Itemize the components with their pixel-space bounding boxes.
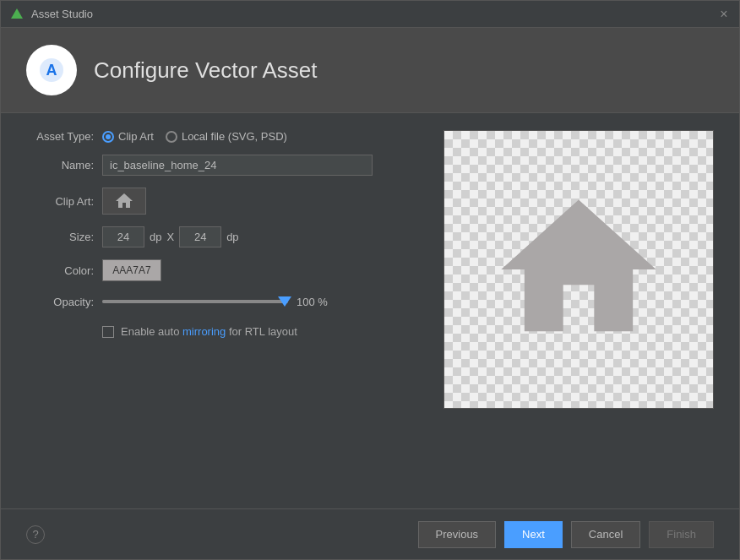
mirroring-highlight: mirroring bbox=[182, 325, 226, 338]
size-dp-unit-1: dp bbox=[150, 231, 161, 243]
asset-type-radio-group: Clip Art Local file (SVG, PSD) bbox=[102, 130, 287, 143]
size-row: Size: dp X dp bbox=[26, 226, 427, 247]
opacity-controls: 100 % bbox=[102, 293, 328, 310]
home-icon-preview bbox=[486, 177, 672, 362]
local-file-radio[interactable]: Local file (SVG, PSD) bbox=[166, 130, 287, 143]
main-window: Asset Studio × A Configure Vector Asset … bbox=[0, 0, 740, 560]
clip-art-label: Clip Art: bbox=[26, 195, 94, 208]
opacity-thumb bbox=[278, 296, 291, 307]
asset-type-label: Asset Type: bbox=[26, 130, 94, 143]
opacity-slider[interactable] bbox=[102, 293, 288, 310]
title-bar-text: Asset Studio bbox=[31, 8, 717, 20]
footer: ? Previous Next Cancel Finish bbox=[1, 508, 739, 559]
size-inputs: dp X dp bbox=[102, 226, 239, 247]
app-icon bbox=[9, 7, 24, 22]
color-value: AAA7A7 bbox=[112, 264, 150, 276]
previous-button[interactable]: Previous bbox=[418, 521, 497, 548]
next-button[interactable]: Next bbox=[504, 521, 563, 548]
opacity-fill bbox=[102, 300, 288, 303]
title-bar: Asset Studio × bbox=[1, 1, 739, 28]
finish-button[interactable]: Finish bbox=[649, 521, 714, 548]
android-studio-logo: A bbox=[35, 53, 68, 87]
form-section: Asset Type: Clip Art Local file (SVG, PS… bbox=[26, 130, 427, 492]
clip-art-button[interactable] bbox=[102, 188, 146, 215]
cancel-button[interactable]: Cancel bbox=[571, 521, 640, 548]
home-icon-small bbox=[114, 191, 134, 211]
name-label: Name: bbox=[26, 159, 94, 171]
mirroring-row: Enable auto mirroring for RTL layout bbox=[26, 325, 427, 338]
opacity-row: Opacity: 100 % bbox=[26, 293, 427, 310]
svg-text:A: A bbox=[46, 62, 57, 79]
opacity-value: 100 % bbox=[297, 296, 328, 308]
preview-section bbox=[443, 130, 714, 492]
clip-art-radio-label: Clip Art bbox=[118, 130, 154, 143]
color-swatch[interactable]: AAA7A7 bbox=[102, 259, 161, 281]
content-area: Asset Type: Clip Art Local file (SVG, PS… bbox=[1, 113, 739, 508]
size-x-separator: X bbox=[166, 231, 174, 243]
size-label: Size: bbox=[26, 231, 94, 243]
mirroring-checkbox[interactable] bbox=[102, 326, 114, 338]
help-button[interactable]: ? bbox=[26, 525, 45, 544]
mirroring-checkbox-row: Enable auto mirroring for RTL layout bbox=[102, 325, 297, 338]
opacity-track bbox=[102, 300, 288, 303]
header-title: Configure Vector Asset bbox=[94, 57, 317, 84]
svg-marker-0 bbox=[11, 8, 23, 19]
clip-art-radio[interactable]: Clip Art bbox=[102, 130, 154, 143]
local-file-radio-label: Local file (SVG, PSD) bbox=[182, 130, 287, 143]
name-input[interactable] bbox=[102, 155, 373, 176]
header-logo: A bbox=[26, 45, 77, 95]
mirroring-label: Enable auto mirroring for RTL layout bbox=[121, 325, 297, 338]
asset-type-row: Asset Type: Clip Art Local file (SVG, PS… bbox=[26, 130, 427, 143]
color-row: Color: AAA7A7 bbox=[26, 259, 427, 281]
local-file-radio-indicator bbox=[166, 131, 177, 143]
color-label: Color: bbox=[26, 264, 94, 277]
size-height-input[interactable] bbox=[179, 226, 221, 247]
opacity-label: Opacity: bbox=[26, 296, 94, 308]
close-button[interactable]: × bbox=[717, 8, 731, 21]
preview-box bbox=[443, 130, 714, 409]
name-row: Name: bbox=[26, 155, 427, 176]
header-section: A Configure Vector Asset bbox=[1, 28, 739, 113]
clip-art-row: Clip Art: bbox=[26, 188, 427, 215]
clip-art-radio-indicator bbox=[102, 131, 114, 143]
size-width-input[interactable] bbox=[102, 226, 144, 247]
size-dp-unit-2: dp bbox=[226, 231, 238, 243]
